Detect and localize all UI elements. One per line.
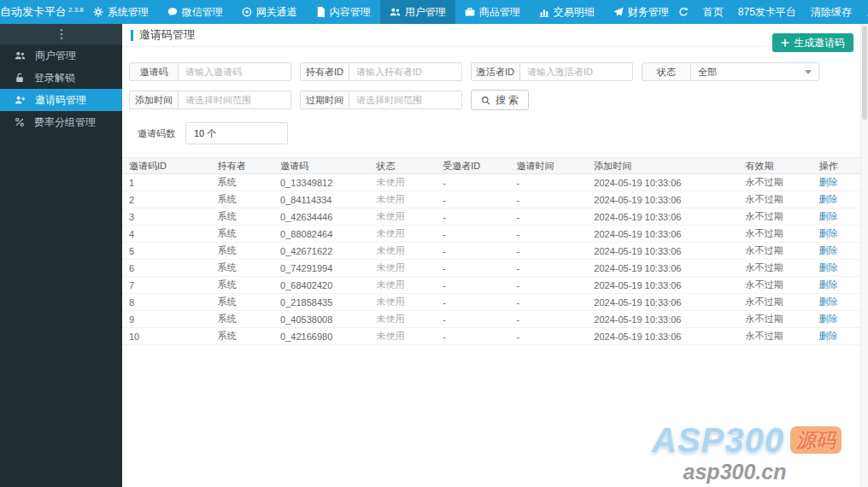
- page-title: 邀请码管理: [139, 27, 195, 43]
- gateway-icon: [242, 7, 252, 17]
- cell-status: 未使用: [369, 208, 436, 226]
- cell-added-time: 2024-05-19 10:33:06: [587, 260, 738, 277]
- status-select-value: 全部: [698, 66, 717, 79]
- column-header: 邀请时间: [510, 158, 588, 174]
- sidebar-item[interactable]: 商户管理: [0, 44, 122, 67]
- delete-link[interactable]: 删除: [819, 228, 838, 238]
- cell-action: 删除: [812, 191, 860, 208]
- cell-invitee-id: -: [436, 208, 509, 226]
- topnav-item[interactable]: 商品管理: [455, 0, 530, 24]
- title-accent-bar: [131, 30, 133, 41]
- cell-invitee-id: -: [436, 174, 509, 191]
- topnav-item[interactable]: 用户管理: [380, 0, 455, 24]
- platform-link[interactable]: 875发卡平台: [738, 5, 796, 20]
- cell-invite-id: 6: [122, 260, 211, 277]
- cell-added-time: 2024-05-19 10:33:06: [587, 174, 738, 191]
- cell-holder: 系统: [211, 226, 273, 243]
- cell-status: 未使用: [369, 226, 436, 243]
- refresh-icon[interactable]: [678, 7, 689, 17]
- add-time-input[interactable]: [179, 91, 291, 109]
- sidebar-toggle[interactable]: [0, 24, 122, 44]
- cell-validity: 永不过期: [738, 260, 812, 277]
- invite-count-label: 邀请码数: [138, 127, 175, 140]
- topnav-item[interactable]: 财务管理: [604, 0, 678, 24]
- cell-validity: 永不过期: [738, 208, 812, 226]
- cell-validity: 永不过期: [738, 226, 812, 243]
- delete-link[interactable]: 删除: [819, 211, 838, 221]
- delete-link[interactable]: 删除: [819, 296, 838, 307]
- cell-invite-time: -: [510, 328, 588, 345]
- delete-link[interactable]: 删除: [819, 314, 838, 324]
- gear-icon: [93, 7, 103, 17]
- cell-invite-id: 2: [122, 191, 211, 208]
- topnav-item[interactable]: 内容管理: [307, 0, 380, 24]
- brand-text: 自动发卡平台: [0, 4, 67, 20]
- cell-status: 未使用: [369, 191, 436, 208]
- invite-count-input[interactable]: [185, 122, 288, 144]
- topnav-item[interactable]: 交易明细: [530, 0, 604, 24]
- invite-count-row: 邀请码数: [138, 122, 853, 144]
- status-select[interactable]: 全部: [691, 62, 819, 81]
- sidebar-item[interactable]: 费率分组管理: [0, 111, 122, 133]
- topnav-item[interactable]: 系统管理: [84, 0, 158, 24]
- delete-link[interactable]: 删除: [819, 194, 838, 204]
- brand-version: 2.3.8: [68, 6, 84, 14]
- delete-link[interactable]: 删除: [819, 279, 838, 290]
- clear-cache-link[interactable]: 清除缓存: [811, 5, 852, 20]
- holder-id-input[interactable]: [349, 62, 462, 81]
- table-row: 2 系统 0_84114334 未使用 - - 2024-05-19 10:33…: [122, 191, 860, 208]
- cell-invite-time: -: [510, 208, 588, 226]
- cell-invite-time: -: [510, 311, 588, 328]
- cell-invite-id: 5: [122, 243, 211, 260]
- cell-validity: 永不过期: [738, 328, 812, 345]
- cell-invite-id: 10: [122, 328, 211, 345]
- cell-action: 删除: [812, 328, 860, 345]
- topnav-item[interactable]: 网关通道: [232, 0, 307, 24]
- delete-link[interactable]: 删除: [819, 177, 838, 187]
- filter-expire-time: 过期时间: [300, 91, 462, 109]
- table-row: 10 系统 0_42166980 未使用 - - 2024-05-19 10:3…: [122, 328, 860, 345]
- cell-validity: 永不过期: [738, 191, 812, 208]
- cell-added-time: 2024-05-19 10:33:06: [587, 208, 738, 226]
- filter-form: 邀请码 持有者ID 激活者ID 状态 全部: [122, 47, 860, 144]
- cell-action: 删除: [812, 174, 860, 191]
- filter-holder-id: 持有者ID: [300, 62, 462, 81]
- cell-status: 未使用: [369, 260, 436, 277]
- delete-link[interactable]: 删除: [819, 262, 838, 273]
- invite-code-input[interactable]: [179, 62, 291, 81]
- home-link[interactable]: 首页: [703, 5, 724, 20]
- cell-invite-id: 9: [122, 311, 211, 328]
- cell-invite-id: 7: [122, 277, 211, 294]
- cell-action: 删除: [812, 226, 860, 243]
- filter-label: 邀请码: [129, 62, 179, 81]
- cell-added-time: 2024-05-19 10:33:06: [587, 243, 738, 260]
- cell-code: 0_42671622: [273, 243, 369, 260]
- bar-chart-icon: [539, 7, 549, 17]
- ellipsis-vertical-icon: [60, 28, 63, 40]
- expire-time-input[interactable]: [349, 91, 462, 109]
- generate-invite-code-button[interactable]: 生成邀请码: [772, 33, 853, 52]
- topnav-item[interactable]: 微信管理: [158, 0, 232, 24]
- column-header: 有效期: [738, 158, 812, 174]
- activator-id-input[interactable]: [520, 62, 633, 81]
- sidebar-item[interactable]: 邀请码管理: [0, 89, 122, 111]
- cell-code: 0_74291994: [273, 260, 369, 277]
- invite-code-table: 邀请码ID持有者邀请码状态受邀者ID邀请时间添加时间有效期操作 1 系统 0_1…: [122, 157, 860, 345]
- sidebar-item[interactable]: 登录解锁: [0, 67, 122, 89]
- delete-link[interactable]: 删除: [819, 245, 838, 255]
- cell-invite-time: -: [510, 174, 588, 191]
- search-button[interactable]: 搜 索: [471, 90, 529, 110]
- cell-action: 删除: [812, 311, 860, 328]
- delete-link[interactable]: 删除: [819, 331, 838, 341]
- brand-logo[interactable]: 自动发卡平台2.3.8: [0, 0, 84, 24]
- cell-holder: 系统: [211, 243, 273, 260]
- cell-invitee-id: -: [436, 260, 509, 277]
- cell-invitee-id: -: [436, 294, 509, 311]
- column-header: 受邀者ID: [436, 158, 509, 174]
- table-body: 1 系统 0_13349812 未使用 - - 2024-05-19 10:33…: [122, 174, 860, 345]
- main-content: 邀请码管理 生成邀请码 邀请码 持有者ID 激活者ID: [122, 24, 860, 487]
- cell-holder: 系统: [211, 328, 273, 345]
- vertical-scrollbar[interactable]: [860, 24, 868, 487]
- cell-holder: 系统: [211, 208, 273, 226]
- scrollbar-thumb[interactable]: [862, 26, 867, 120]
